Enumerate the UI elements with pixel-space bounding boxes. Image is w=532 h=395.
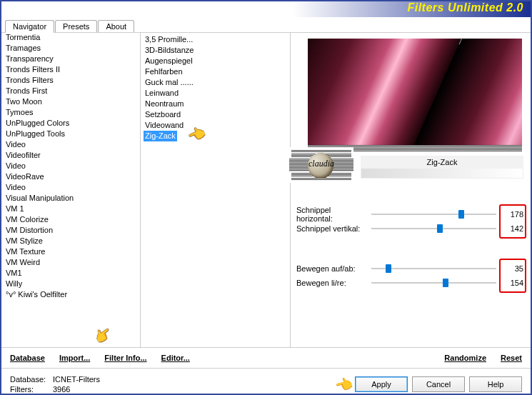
param-row: Bewegen auf/ab:35 (296, 261, 523, 276)
param-row: Bewegen li/re:154 (296, 276, 523, 290)
preview-pane: claudia Zig-Zack Schnippel horizontal:17… (291, 33, 531, 347)
link-reset[interactable]: Reset (501, 354, 522, 362)
list-item[interactable]: Tronds Filters (4, 75, 140, 86)
list-item[interactable]: VM1 (4, 268, 140, 279)
db-label: Database: (10, 374, 53, 384)
link-database[interactable]: Database (10, 354, 45, 362)
list-item[interactable]: VM Colorize (4, 214, 140, 225)
param-value: 178 (502, 210, 523, 219)
category-list[interactable]: TormentiaTramagesTransparencyTronds Filt… (1, 33, 141, 347)
pointer-hand-icon: 👉 (333, 374, 355, 395)
list-item[interactable]: UnPlugged Colors (4, 118, 140, 129)
app-title: Filters Unlimited 2.0 (407, 1, 523, 14)
preview-image (308, 39, 522, 151)
db-value: ICNET-Filters (53, 375, 100, 384)
list-item[interactable]: Zig-Zack👉 (144, 131, 290, 141)
param-row: Schnippel vertikal:142 (296, 221, 523, 236)
footer-buttons: 👉 Apply Cancel Help (336, 376, 522, 393)
list-item[interactable]: Transparency (4, 54, 140, 64)
list-item[interactable]: Visual Manipulation (4, 193, 140, 204)
list-item[interactable]: Videofilter (4, 150, 140, 161)
list-item[interactable]: Neontraum (144, 99, 290, 109)
param-slider[interactable] (371, 214, 496, 215)
list-item[interactable]: Video (4, 161, 140, 171)
cancel-button[interactable]: Cancel (412, 376, 465, 392)
list-item[interactable]: VM Distortion (4, 225, 140, 236)
tab-navigator[interactable]: Navigator (5, 20, 54, 33)
filter-name-label: Zig-Zack (361, 156, 523, 169)
param-slider[interactable] (371, 228, 496, 229)
list-item[interactable]: Guck mal ...... (144, 77, 290, 88)
list-item[interactable]: °v° Kiwi's Oelfilter (4, 289, 140, 300)
list-item[interactable]: Tronds Filters II (4, 64, 140, 75)
list-item[interactable]: 3D-Bildstanze (144, 45, 290, 56)
list-item[interactable]: Tormentia (4, 33, 140, 43)
list-item[interactable]: Willy (4, 279, 140, 289)
filter-name-row: claudia Zig-Zack (296, 156, 523, 191)
footer: Database:ICNET-Filters Filters:3966 👉 Ap… (1, 369, 531, 395)
list-item[interactable]: Video (4, 182, 140, 193)
filter-list[interactable]: 3,5 Promille...3D-BildstanzeAugenspiegel… (141, 33, 291, 347)
help-button[interactable]: Help (469, 376, 522, 392)
list-item[interactable]: Tymoes (4, 107, 140, 118)
pointer-hand-icon: 👉 (91, 323, 115, 347)
filter-name-sub (361, 169, 523, 179)
link-import[interactable]: Import... (59, 354, 90, 362)
param-label: Schnippel horizontal: (296, 206, 366, 223)
list-item[interactable]: Leinwand (144, 88, 290, 99)
tabs-row: Navigator Presets About (1, 17, 531, 33)
list-item[interactable]: Tramages (4, 43, 140, 54)
param-label: Bewegen li/re: (296, 279, 366, 287)
action-links-row: Database Import... Filter Info... Editor… (1, 347, 531, 369)
list-item[interactable]: Setzboard (144, 109, 290, 120)
tab-about[interactable]: About (98, 20, 134, 32)
filtercount-value: 3966 (53, 385, 70, 394)
link-filter-info[interactable]: Filter Info... (104, 354, 146, 362)
list-item[interactable]: Two Moon (4, 96, 140, 107)
list-item[interactable]: UnPlugged Tools (4, 129, 140, 139)
param-value: 142 (502, 224, 523, 233)
list-item[interactable]: VM Weird (4, 257, 140, 268)
list-item[interactable]: Video (4, 139, 140, 150)
filtercount-label: Filters: (10, 384, 53, 394)
param-slider[interactable] (371, 282, 496, 284)
list-item[interactable]: VM 1 (4, 204, 140, 214)
list-item[interactable]: Fehlfarben (144, 66, 290, 77)
param-value: 154 (502, 279, 523, 287)
list-item[interactable]: 3,5 Promille... (144, 34, 290, 45)
list-item[interactable]: Augenspiegel (144, 56, 290, 66)
param-value: 35 (502, 264, 523, 273)
param-row: Schnippel horizontal:178 (296, 207, 523, 221)
parameter-group-1: Schnippel horizontal:178Schnippel vertik… (296, 207, 523, 236)
list-item[interactable]: VM Texture (4, 246, 140, 257)
tab-presets[interactable]: Presets (55, 20, 97, 32)
apply-button[interactable]: Apply (355, 376, 408, 392)
list-item[interactable]: Tronds First (4, 86, 140, 96)
parameter-group-2: Bewegen auf/ab:35Bewegen li/re:154 (296, 261, 523, 290)
list-item[interactable]: VM Stylize (4, 236, 140, 246)
param-label: Schnippel vertikal: (296, 224, 366, 233)
app-header: Filters Unlimited 2.0 (1, 1, 531, 17)
link-randomize[interactable]: Randomize (444, 354, 486, 362)
list-item[interactable]: VideoRave (4, 171, 140, 182)
link-editor[interactable]: Editor... (161, 354, 190, 362)
main-area: TormentiaTramagesTransparencyTronds Filt… (1, 33, 531, 347)
param-label: Bewegen auf/ab: (296, 264, 366, 273)
watermark-badge: claudia (289, 147, 353, 183)
param-slider[interactable] (371, 268, 496, 269)
list-item[interactable]: Videowand (144, 120, 290, 131)
footer-info: Database:ICNET-Filters Filters:3966 (10, 374, 100, 394)
